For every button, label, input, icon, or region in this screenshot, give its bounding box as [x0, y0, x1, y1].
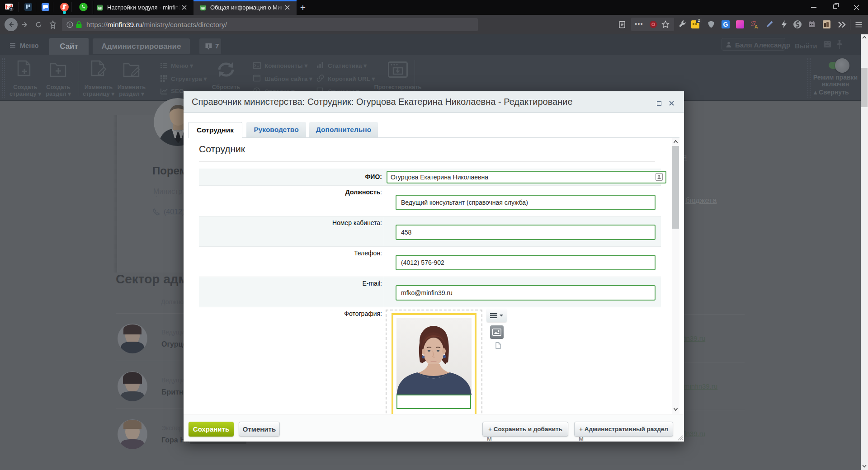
svg-text:A: A: [755, 24, 758, 29]
svg-text:2: 2: [10, 7, 13, 11]
